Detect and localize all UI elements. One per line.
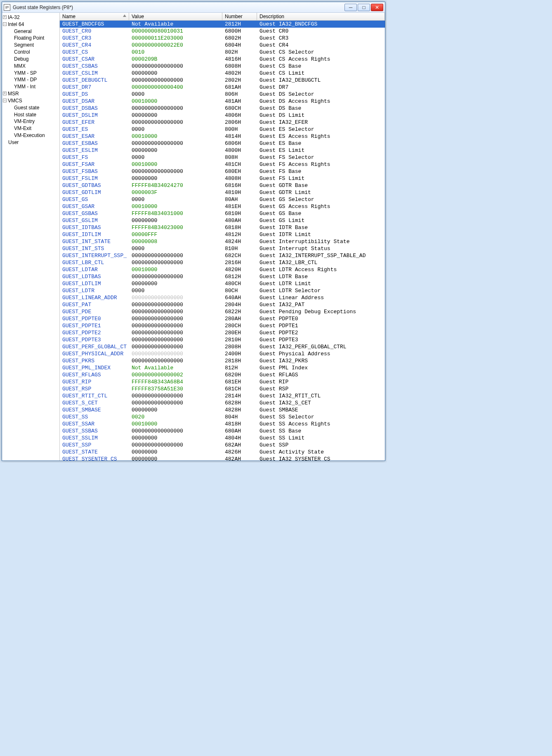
table-row[interactable]: GUEST_FSAR00010000481CHGuest FS Access R… [60,161,385,168]
table-row[interactable]: GUEST_RIPFFFFF84B343A68B4681EHGuest RIP [60,378,385,385]
maximize-button[interactable]: □ [358,4,370,11]
table-row[interactable]: GUEST_LDTLIM00000000480CHGuest LDTR Limi… [60,280,385,287]
tree-view[interactable]: +IA-32−Intel 64GeneralFloating PointSegm… [2,13,60,461]
table-row[interactable]: GUEST_LINEAR_ADDR0000000000000000640AHGu… [60,294,385,301]
table-row[interactable]: GUEST_INTERRUPT_SSP_0000000000000000682C… [60,252,385,259]
tree-item[interactable]: MMX [2,62,59,69]
table-row[interactable]: GUEST_EFER00000000000000002806HGuest IA3… [60,119,385,126]
table-row[interactable]: GUEST_SSP0000000000000000682AHGuest SSP [60,442,385,449]
minimize-button[interactable]: ─ [344,4,357,11]
table-row[interactable]: GUEST_GSBASFFFFF84B340310006810HGuest GS… [60,210,385,217]
tree-item[interactable]: −VMCS [2,97,59,104]
table-row[interactable]: GUEST_ESAR000100004814HGuest ES Access R… [60,133,385,140]
cell-number: 682CH [222,253,257,259]
table-row[interactable]: GUEST_DS0000806HGuest DS Selector [60,91,385,98]
table-row[interactable]: GUEST_PDPTE20000000000000000280EHGuest P… [60,329,385,336]
table-row[interactable]: GUEST_GS000080AHGuest GS Selector [60,196,385,203]
tree-item[interactable]: +IA-32 [2,14,59,21]
table-row[interactable]: GUEST_RFLAGS00000000000000026820HGuest R… [60,371,385,378]
table-row[interactable]: GUEST_FS0000808HGuest FS Selector [60,154,385,161]
tree-item[interactable]: YMM - SP [2,69,59,76]
table-row[interactable]: GUEST_IDTBASFFFFF84B340230006818HGuest I… [60,224,385,231]
table-row[interactable]: GUEST_DSBAS0000000000000000680CHGuest DS… [60,105,385,112]
table-row[interactable]: GUEST_GDTBASFFFFF84B340242706816HGuest G… [60,182,385,189]
close-button[interactable]: ✕ [371,4,383,11]
col-value[interactable]: Value [129,13,222,20]
table-row[interactable]: GUEST_ESLIM000000004800HGuest ES Limit [60,147,385,154]
col-name[interactable]: Name [60,13,129,20]
table-row[interactable]: GUEST_PHYSICAL_ADDR00000000000000002400H… [60,350,385,357]
table-row[interactable]: GUEST_CR400000000000022E06804HGuest CR4 [60,42,385,49]
tree-item[interactable]: +MSR [2,90,59,97]
tree-item[interactable]: VM-Execution [2,132,59,139]
table-row[interactable]: GUEST_PDPTE300000000000000002810HGuest P… [60,336,385,343]
table-row[interactable]: GUEST_PDPTE10000000000000000280CHGuest P… [60,322,385,329]
tree-toggle-icon[interactable]: − [3,22,7,26]
table-row[interactable]: GUEST_PKRS00000000000000002818HGuest IA3… [60,357,385,364]
tree-toggle-icon[interactable]: + [3,92,7,95]
tree-item[interactable]: YMM - Int [2,83,59,90]
table-row[interactable]: GUEST_SMBASE000000004828HGuest SMBASE [60,406,385,413]
table-row[interactable]: GUEST_DEBUGCTL00000000000000002802HGuest… [60,77,385,84]
table-row[interactable]: GUEST_CSBAS00000000000000006808HGuest CS… [60,63,385,70]
table-row[interactable]: GUEST_DR70000000000000400681AHGuest DR7 [60,84,385,91]
table-row[interactable]: GUEST_ESBAS00000000000000006806HGuest ES… [60,140,385,147]
cell-name: GUEST_GSAR [60,203,129,210]
cell-desc: Guest CR3 [257,35,385,41]
table-row[interactable]: GUEST_GDTLIM0000003F4810HGuest GDTR Limi… [60,189,385,196]
table-row[interactable]: GUEST_PERF_GLOBAL_CT00000000000000002808… [60,343,385,350]
table-row[interactable]: GUEST_SS0020804HGuest SS Selector [60,413,385,421]
table-row[interactable]: GUEST_S_CET00000000000000006828HGuest IA… [60,399,385,406]
tree-item[interactable]: Host state [2,111,59,118]
table-row[interactable]: GUEST_CS0010802HGuest CS Selector [60,49,385,56]
col-number[interactable]: Number [222,13,257,20]
table-row[interactable]: GUEST_ES0000800HGuest ES Selector [60,126,385,133]
table-row[interactable]: GUEST_STATE000000004826HGuest Activity S… [60,449,385,456]
tree-item[interactable]: Control [2,48,59,55]
tree-item[interactable]: VM-Exit [2,125,59,132]
tree-item[interactable]: YMM - DP [2,76,59,83]
tree-item[interactable]: Guest state [2,104,59,111]
tree-item[interactable]: General [2,28,59,35]
grid-header[interactable]: Name Value Number Description [60,13,385,21]
table-row[interactable]: GUEST_RSPFFFFF83758A51E30681CHGuest RSP [60,385,385,392]
table-row[interactable]: GUEST_INT_STS0000810HGuest Interrupt Sta… [60,245,385,252]
table-row[interactable]: GUEST_CR3000000011E2030006802HGuest CR3 [60,35,385,42]
table-row[interactable]: GUEST_LDTR000080CHGuest LDTR Selector [60,287,385,294]
table-row[interactable]: GUEST_FSBAS0000000000000000680EHGuest FS… [60,168,385,175]
tree-toggle-icon[interactable]: − [3,99,7,102]
table-row[interactable]: GUEST_SSLIM000000004804HGuest SS Limit [60,435,385,442]
table-row[interactable]: GUEST_CR000000000800100316800HGuest CR0 [60,28,385,35]
table-row[interactable]: GUEST_LDTBAS00000000000000006812HGuest L… [60,273,385,280]
table-row[interactable]: GUEST_LBR_CTL00000000000000002816HGuest … [60,259,385,266]
tree-item[interactable]: Segment [2,41,59,48]
tree-item[interactable]: −Intel 64 [2,21,59,28]
tree-item[interactable]: Floating Point [2,34,59,41]
table-row[interactable]: GUEST_LDTAR000100004820HGuest LDTR Acces… [60,266,385,273]
table-row[interactable]: GUEST_CSAR0000209B4816HGuest CS Access R… [60,56,385,63]
table-row[interactable]: GUEST_PDE00000000000000006822HGuest Pend… [60,308,385,315]
table-row[interactable]: GUEST_INT_STATE000000084824HGuest Interr… [60,238,385,245]
table-row[interactable]: GUEST_SSAR000100004818HGuest SS Access R… [60,421,385,428]
tree-toggle-icon[interactable]: + [3,15,7,19]
titlebar[interactable]: IP Guest state Registers (P8*) ─ □ ✕ [2,2,385,13]
col-desc[interactable]: Description [257,13,385,20]
table-row[interactable]: GUEST_FSLIM000000004808HGuest FS Limit [60,175,385,182]
table-row[interactable]: GUEST_RTIT_CTL00000000000000002814HGuest… [60,392,385,399]
table-row[interactable]: GUEST_BNDCFGSNot Available2812HGuest IA3… [60,21,385,28]
table-row[interactable]: GUEST_DSAR00010000481AHGuest DS Access R… [60,98,385,105]
table-row[interactable]: GUEST_DSLIM000000004806HGuest DS Limit [60,112,385,119]
table-row[interactable]: GUEST_CSLIM000000004802HGuest CS Limit [60,70,385,77]
tree-item[interactable]: User [2,139,59,146]
table-row[interactable]: GUEST_SYSENTER_CS00000000482AHGuest IA32… [60,456,385,461]
table-row[interactable]: GUEST_PAT00000000000000002804HGuest IA32… [60,301,385,308]
table-row[interactable]: GUEST_GSAR00010000481EHGuest GS Access R… [60,203,385,210]
table-row[interactable]: GUEST_GSLIM00000000480AHGuest GS Limit [60,217,385,224]
table-row[interactable]: GUEST_IDTLIM00000FFF4812HGuest IDTR Limi… [60,231,385,238]
table-row[interactable]: GUEST_SSBAS0000000000000000680AHGuest SS… [60,428,385,435]
table-row[interactable]: GUEST_PDPTE00000000000000000280AHGuest P… [60,315,385,322]
tree-item[interactable]: Debug [2,55,59,62]
table-row[interactable]: GUEST_PML_INDEXNot Available812HGuest PM… [60,364,385,371]
grid-rows[interactable]: GUEST_BNDCFGSNot Available2812HGuest IA3… [60,21,385,461]
tree-item[interactable]: VM-Entry [2,118,59,125]
